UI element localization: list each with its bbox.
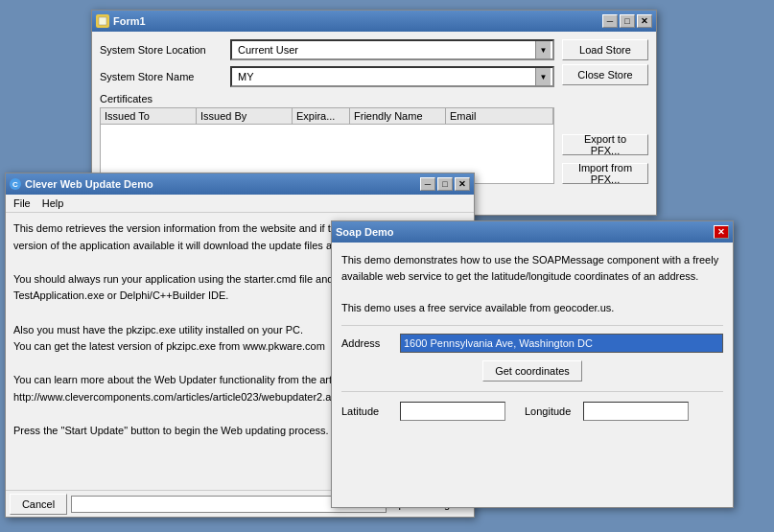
soap-description: This demo demonstrates how to use the SO… bbox=[341, 252, 723, 315]
latitude-group: Latitude bbox=[341, 402, 505, 421]
soap-controls: ✕ bbox=[714, 225, 729, 239]
location-arrow[interactable]: ▼ bbox=[535, 41, 551, 58]
soap-content: This demo demonstrates how to use the SO… bbox=[332, 243, 733, 430]
clever-controls: ─ □ ✕ bbox=[420, 177, 470, 191]
clever-icon: C bbox=[10, 178, 21, 190]
get-coordinates-btn[interactable]: Get coordinates bbox=[482, 360, 582, 382]
certificates-section: Certificates Issued To Issued By Expira.… bbox=[100, 93, 554, 184]
form1-icon bbox=[96, 14, 109, 28]
col-friendly: Friendly Name bbox=[350, 108, 446, 124]
coord-row: Latitude Longitude bbox=[341, 402, 723, 421]
location-value: Current User bbox=[234, 44, 535, 56]
clever-minimize-btn[interactable]: ─ bbox=[420, 177, 435, 191]
name-arrow[interactable]: ▼ bbox=[535, 68, 551, 85]
soap-title: Soap Demo bbox=[336, 226, 714, 238]
name-row: System Store Name MY ▼ bbox=[100, 66, 554, 87]
form1-maximize-btn[interactable]: □ bbox=[620, 14, 635, 28]
form1-minimize-btn[interactable]: ─ bbox=[602, 14, 618, 28]
clever-menu-bar: File Help bbox=[6, 195, 474, 213]
name-label: System Store Name bbox=[100, 71, 224, 82]
location-label: System Store Location bbox=[100, 44, 224, 56]
location-select[interactable]: Current User ▼ bbox=[230, 39, 554, 60]
export-pfx-btn[interactable]: Export to PFX... bbox=[562, 134, 648, 155]
form1-content: System Store Location Current User ▼ Sys… bbox=[92, 32, 656, 192]
import-pfx-btn[interactable]: Import from PFX... bbox=[562, 163, 648, 184]
soap-demo-window: Soap Demo ✕ This demo demonstrates how t… bbox=[331, 220, 734, 508]
longitude-input[interactable] bbox=[583, 402, 689, 421]
col-issued-to: Issued To bbox=[101, 108, 197, 124]
clever-close-btn[interactable]: ✕ bbox=[455, 177, 470, 191]
col-expira: Expira... bbox=[293, 108, 350, 124]
soap-close-btn[interactable]: ✕ bbox=[714, 225, 729, 239]
menu-file[interactable]: File bbox=[8, 196, 36, 211]
clever-title: Clever Web Update Demo bbox=[25, 178, 420, 190]
col-email: Email bbox=[446, 108, 553, 124]
soap-desc-line1: This demo demonstrates how to use the SO… bbox=[341, 254, 718, 266]
address-input[interactable] bbox=[400, 334, 723, 353]
soap-divider2 bbox=[341, 391, 723, 392]
soap-divider bbox=[341, 325, 723, 326]
clever-maximize-btn[interactable]: □ bbox=[437, 177, 453, 191]
latitude-input[interactable] bbox=[400, 402, 505, 421]
longitude-label: Longitude bbox=[525, 405, 577, 417]
col-issued-by: Issued By bbox=[197, 108, 293, 124]
soap-desc-line4: This demo uses a free service available … bbox=[341, 302, 614, 313]
close-store-btn[interactable]: Close Store bbox=[562, 64, 648, 85]
svg-rect-0 bbox=[99, 17, 106, 25]
cert-table-header: Issued To Issued By Expira... Friendly N… bbox=[101, 108, 553, 125]
form1-title: Form1 bbox=[113, 15, 602, 27]
soap-desc-line2: available web service to get the latitud… bbox=[341, 270, 698, 282]
menu-help[interactable]: Help bbox=[36, 196, 70, 211]
address-label: Address bbox=[341, 337, 394, 349]
form1-close-btn[interactable]: ✕ bbox=[637, 14, 652, 28]
get-coords-container: Get coordinates bbox=[341, 360, 723, 382]
form1-right-panel: Load Store Close Store Export to PFX... … bbox=[562, 39, 648, 184]
name-value: MY bbox=[234, 71, 535, 82]
location-row: System Store Location Current User ▼ bbox=[100, 39, 554, 60]
name-select[interactable]: MY ▼ bbox=[230, 66, 554, 87]
clever-title-bar: C Clever Web Update Demo ─ □ ✕ bbox=[6, 173, 474, 195]
longitude-group: Longitude bbox=[525, 402, 689, 421]
cancel-btn[interactable]: Cancel bbox=[10, 494, 67, 515]
form1-controls: ─ □ ✕ bbox=[602, 14, 652, 28]
load-store-btn[interactable]: Load Store bbox=[562, 39, 648, 60]
address-row: Address bbox=[341, 334, 723, 353]
latitude-label: Latitude bbox=[341, 405, 394, 417]
certificates-label: Certificates bbox=[100, 93, 554, 104]
soap-title-bar: Soap Demo ✕ bbox=[332, 221, 733, 243]
form1-left-panel: System Store Location Current User ▼ Sys… bbox=[100, 39, 554, 184]
form1-title-bar: Form1 ─ □ ✕ bbox=[92, 11, 656, 32]
